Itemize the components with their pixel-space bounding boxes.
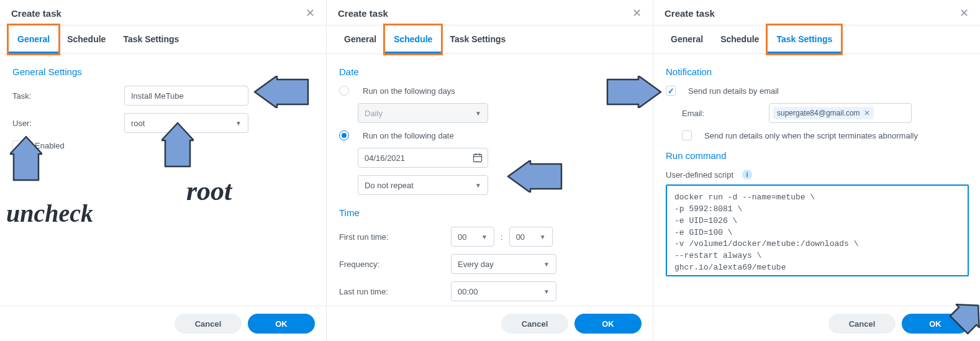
- section-notification: Notification: [666, 66, 969, 77]
- highlight: Task Settings: [766, 24, 843, 55]
- ok-button[interactable]: OK: [902, 314, 969, 334]
- enabled-checkbox[interactable]: [12, 140, 22, 150]
- dialog-header: Create task ✕: [0, 0, 326, 25]
- user-label: User:: [12, 119, 118, 128]
- dialog-footer: Cancel OK: [327, 306, 653, 341]
- panel-body: Date Run on the following days Daily ▼ R…: [327, 54, 653, 306]
- abnormal-checkbox[interactable]: [682, 130, 692, 140]
- user-select-value: root: [131, 119, 145, 128]
- tab-general[interactable]: General: [335, 25, 385, 53]
- dialog-title: Create task: [11, 8, 61, 19]
- send-email-checkbox[interactable]: [666, 86, 676, 96]
- close-icon[interactable]: ✕: [960, 7, 969, 19]
- minute-select[interactable]: 00 ▼: [509, 227, 553, 247]
- section-run-command: Run command: [666, 150, 969, 161]
- tab-schedule[interactable]: Schedule: [58, 25, 114, 53]
- caret-down-icon: ▼: [543, 288, 550, 295]
- dialog-header: Create task ✕: [327, 0, 653, 25]
- cancel-button[interactable]: Cancel: [175, 314, 242, 334]
- enabled-label: Enabled: [35, 141, 65, 150]
- caret-down-icon: ▼: [481, 234, 488, 240]
- tab-task-settings[interactable]: Task Settings: [114, 25, 188, 53]
- dialog-footer: Cancel OK: [0, 306, 326, 341]
- run-days-label: Run on the following days: [363, 86, 455, 96]
- frequency-select[interactable]: Every day ▼: [451, 254, 556, 274]
- radio-run-days[interactable]: [339, 86, 349, 96]
- caret-down-icon: ▼: [475, 182, 481, 189]
- send-email-label: Send run details by email: [688, 86, 779, 96]
- hour-select[interactable]: 00 ▼: [451, 227, 494, 247]
- script-label: User-defined script: [666, 170, 733, 180]
- tab-task-settings[interactable]: Task Settings: [441, 25, 514, 53]
- dialog-title: Create task: [338, 8, 388, 19]
- highlight: General: [7, 24, 60, 55]
- tab-schedule[interactable]: Schedule: [385, 25, 441, 53]
- chip-remove-icon[interactable]: ✕: [864, 109, 870, 117]
- hour-value: 00: [458, 232, 466, 242]
- days-select-value: Daily: [365, 109, 383, 118]
- caret-down-icon: ▼: [543, 261, 550, 268]
- section-general-settings: General Settings: [12, 66, 315, 77]
- caret-down-icon: ▼: [235, 120, 242, 127]
- last-run-value: 00:00: [458, 287, 478, 296]
- dialog-title: Create task: [665, 8, 715, 19]
- task-input-value: Install MeTube: [131, 91, 184, 101]
- script-textarea[interactable]: docker run -d --name=metube \ -p 5992:80…: [666, 184, 969, 276]
- info-icon[interactable]: i: [742, 170, 752, 180]
- last-run-select[interactable]: 00:00 ▼: [451, 281, 556, 301]
- frequency-label: Frequency:: [339, 260, 445, 269]
- user-select[interactable]: root ▼: [124, 113, 248, 133]
- ok-button[interactable]: OK: [248, 314, 315, 334]
- minute-value: 00: [516, 232, 525, 242]
- calendar-icon: [473, 153, 483, 165]
- tab-general[interactable]: General: [662, 25, 712, 53]
- tab-task-settings[interactable]: Task Settings: [768, 25, 841, 53]
- email-chip: supergate84@gmail.com ✕: [773, 107, 874, 119]
- section-time: Time: [339, 207, 642, 218]
- task-input[interactable]: Install MeTube: [124, 86, 248, 106]
- repeat-value: Do not repeat: [365, 181, 414, 190]
- task-label: Task:: [12, 91, 118, 101]
- run-date-label: Run on the following date: [363, 131, 454, 140]
- cancel-button[interactable]: Cancel: [828, 314, 896, 334]
- email-input[interactable]: supergate84@gmail.com ✕: [769, 103, 912, 123]
- close-icon[interactable]: ✕: [632, 7, 642, 19]
- time-colon: :: [501, 232, 503, 242]
- abnormal-label: Send run details only when the script te…: [704, 131, 918, 140]
- ok-button[interactable]: OK: [574, 314, 642, 334]
- email-chip-value: supergate84@gmail.com: [777, 109, 860, 117]
- highlight: Schedule: [383, 24, 443, 55]
- last-run-label: Last run time:: [339, 287, 445, 296]
- panel-body: General Settings Task: Install MeTube Us…: [0, 54, 326, 306]
- radio-run-date[interactable]: [339, 130, 349, 140]
- date-value: 04/16/2021: [365, 153, 405, 163]
- close-icon[interactable]: ✕: [306, 7, 315, 19]
- section-date: Date: [339, 66, 642, 77]
- svg-rect-0: [474, 155, 482, 162]
- tab-general[interactable]: General: [9, 25, 58, 53]
- frequency-value: Every day: [458, 260, 494, 269]
- caret-down-icon: ▼: [540, 234, 546, 240]
- panel-body: Notification Send run details by email E…: [653, 54, 980, 306]
- dialog-footer: Cancel OK: [653, 306, 980, 341]
- caret-down-icon: ▼: [475, 110, 481, 117]
- tabs: General Schedule Task Settings: [327, 25, 653, 54]
- tabs: General Schedule Task Settings: [653, 25, 980, 54]
- tab-schedule[interactable]: Schedule: [712, 25, 768, 53]
- cancel-button[interactable]: Cancel: [501, 314, 568, 334]
- panel-task-settings: Create task ✕ General Schedule Task Sett…: [653, 0, 980, 341]
- days-select: Daily ▼: [358, 103, 488, 123]
- panel-general: Create task ✕ General Schedule Task Sett…: [0, 0, 327, 341]
- panel-schedule: Create task ✕ General Schedule Task Sett…: [327, 0, 653, 341]
- repeat-select[interactable]: Do not repeat ▼: [358, 175, 488, 195]
- dialog-header: Create task ✕: [653, 0, 980, 25]
- date-input[interactable]: 04/16/2021: [358, 148, 488, 168]
- email-label: Email:: [682, 109, 763, 118]
- tabs: General Schedule Task Settings: [0, 25, 326, 54]
- first-run-label: First run time:: [339, 232, 445, 242]
